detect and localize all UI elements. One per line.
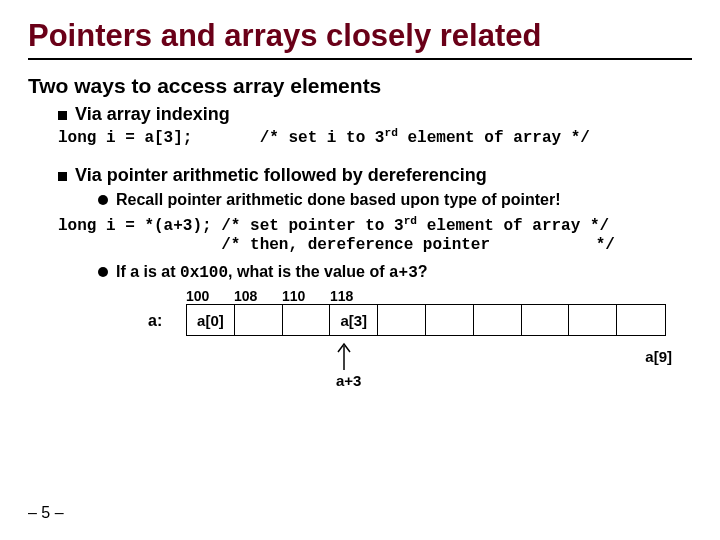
array-a-label: a: — [148, 312, 162, 330]
code-pointer: long i = *(a+3); /* set pointer to 3rd e… — [58, 215, 692, 253]
q-code1: 0x100 — [180, 264, 228, 282]
a-plus-3-label: a+3 — [336, 372, 361, 389]
pointer-arrow: a+3 — [336, 340, 361, 389]
cell-5 — [426, 305, 474, 335]
bullet-text: Recall pointer arithmetic done based upo… — [116, 191, 561, 209]
a9-label: a[9] — [645, 348, 672, 365]
addr-3: 118 — [330, 288, 378, 304]
addr-0: 100 — [186, 288, 234, 304]
code-comment-a: /* set i to 3 — [260, 129, 385, 147]
q-prefix: If a is at — [116, 263, 180, 280]
disc-bullet-icon — [98, 267, 108, 277]
bullet-array-indexing: Via array indexing — [58, 104, 692, 125]
square-bullet-icon — [58, 111, 67, 120]
code-sup2: rd — [404, 215, 417, 227]
slide: Pointers and arrays closely related Two … — [0, 0, 720, 540]
slide-title: Pointers and arrays closely related — [28, 18, 692, 54]
title-rule — [28, 58, 692, 60]
cell-4 — [378, 305, 426, 335]
array-cells: a[0] a[3] — [186, 304, 666, 336]
q-mid: , what is the value of — [228, 263, 389, 280]
code-line1b: element of array */ — [417, 218, 609, 236]
cell-9 — [617, 305, 665, 335]
page-number: – 5 – — [28, 504, 64, 522]
address-row: 100 108 110 118 — [186, 288, 668, 304]
cell-8 — [569, 305, 617, 335]
cell-3: a[3] — [330, 305, 378, 335]
code-line1a: long i = *(a+3); /* set pointer to 3 — [58, 218, 404, 236]
array-diagram: a: 100 108 110 118 a[0] a[3] a+3 a[9 — [148, 288, 668, 408]
cell-6 — [474, 305, 522, 335]
addr-2: 110 — [282, 288, 330, 304]
code-comment-b: element of array */ — [398, 129, 590, 147]
bullet-pointer-arith: Via pointer arithmetic followed by deref… — [58, 165, 692, 186]
cell3-label: a[3] — [330, 305, 377, 337]
arrow-up-icon — [336, 340, 352, 370]
disc-bullet-icon — [98, 195, 108, 205]
bullet-text: Via array indexing — [75, 104, 230, 125]
code-line2: /* then, dereference pointer */ — [58, 236, 615, 254]
code-indexing: long i = a[3]; /* set i to 3rd element o… — [58, 127, 692, 147]
square-bullet-icon — [58, 172, 67, 181]
cell0-label: a[0] — [187, 305, 234, 337]
cell-0: a[0] — [187, 305, 235, 335]
q-suffix: ? — [418, 263, 428, 280]
cell-2 — [283, 305, 331, 335]
bullet-question: If a is at 0x100, what is the value of a… — [98, 262, 692, 282]
code-sup: rd — [384, 127, 397, 139]
code-text: long i = a[3]; — [58, 129, 192, 147]
section-heading: Two ways to access array elements — [28, 74, 692, 98]
cell-7 — [522, 305, 570, 335]
question-text: If a is at 0x100, what is the value of a… — [116, 263, 428, 282]
code-comment: /* set i to 3rd element of array */ — [260, 129, 590, 147]
bullet-recall: Recall pointer arithmetic done based upo… — [98, 190, 692, 209]
q-code2: a+3 — [389, 264, 418, 282]
addr-1: 108 — [234, 288, 282, 304]
bullet-text: Via pointer arithmetic followed by deref… — [75, 165, 487, 186]
cell-1 — [235, 305, 283, 335]
